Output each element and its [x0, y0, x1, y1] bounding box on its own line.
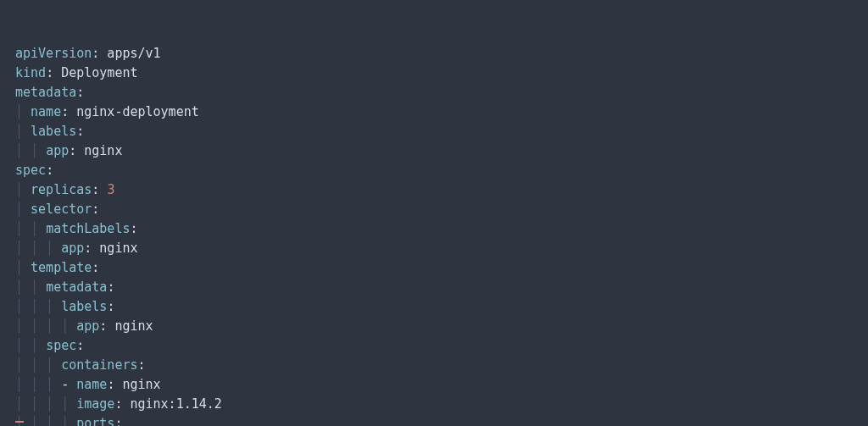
code-token: : — [92, 182, 107, 197]
code-line[interactable]: │ │ │ app: nginx — [15, 239, 868, 258]
code-line[interactable]: │ │ │ │ app: nginx — [15, 317, 868, 336]
code-token: │ │ │ │ — [15, 416, 76, 426]
code-token: : — [92, 260, 99, 275]
code-token: selector — [31, 202, 92, 217]
code-token: │ │ — [15, 279, 46, 295]
code-token: : nginx — [69, 143, 122, 158]
code-token: │ │ — [15, 338, 46, 353]
code-token: │ │ │ │ — [15, 396, 76, 412]
code-token: : — [114, 416, 122, 426]
code-token: : — [107, 279, 114, 295]
code-token: name — [76, 377, 107, 392]
code-line[interactable]: │ │ metadata: — [15, 278, 868, 297]
code-token: app — [76, 318, 99, 334]
code-line[interactable]: │ │ │ │ image: nginx:1.14.2 — [15, 395, 868, 414]
code-token: : — [92, 202, 99, 217]
code-token: │ │ — [15, 143, 46, 158]
code-line[interactable]: spec: — [15, 161, 868, 180]
code-token: metadata — [15, 85, 76, 100]
code-line[interactable]: │ │ │ │ ports: — [15, 414, 868, 426]
code-token: replicas — [31, 182, 92, 197]
code-line[interactable]: │ │ │ - name: nginx — [15, 375, 868, 395]
code-token: : — [107, 299, 114, 314]
code-token: │ │ — [15, 221, 46, 236]
code-token: : nginx — [107, 377, 160, 392]
code-line[interactable]: │ name: nginx-deployment — [15, 102, 868, 122]
code-token: app — [61, 241, 84, 256]
code-token: : nginx-deployment — [61, 104, 199, 119]
code-token: │ │ │ — [15, 299, 61, 314]
code-token: metadata — [46, 279, 107, 295]
code-token: app — [46, 143, 69, 158]
code-token: : — [76, 338, 84, 353]
code-token: │ │ │ — [15, 377, 61, 392]
code-token: │ │ │ │ — [15, 318, 76, 334]
code-token: - — [61, 377, 76, 392]
code-token: name — [31, 104, 61, 119]
code-token: │ — [15, 202, 31, 217]
code-token: : — [76, 124, 84, 139]
code-token: apiVersion — [15, 46, 92, 61]
code-token: │ — [15, 182, 31, 197]
code-line[interactable]: │ selector: — [15, 200, 868, 219]
code-token: : apps/v1 — [92, 46, 160, 61]
code-token: : nginx — [84, 241, 137, 256]
code-token: template — [31, 260, 92, 275]
code-token: : nginx — [99, 318, 153, 334]
code-token: containers — [61, 357, 137, 373]
code-token: : Deployment — [46, 65, 137, 80]
code-line[interactable]: │ │ app: nginx — [15, 141, 868, 161]
code-token: : — [130, 221, 137, 236]
code-token: │ — [15, 104, 31, 119]
code-line[interactable]: │ labels: — [15, 122, 868, 141]
code-token: │ — [15, 260, 31, 275]
code-token: : — [76, 85, 84, 100]
code-line[interactable]: kind: Deployment — [15, 64, 868, 83]
code-token: ports — [76, 416, 114, 426]
code-token: : — [138, 357, 146, 373]
code-token: spec — [46, 338, 76, 353]
code-token: matchLabels — [46, 221, 130, 236]
code-token: image — [76, 396, 114, 412]
code-block: apiVersion: apps/v1kind: Deploymentmetad… — [15, 44, 868, 426]
code-token: : nginx:1.14.2 — [114, 396, 221, 412]
code-line[interactable]: │ replicas: 3 — [15, 180, 868, 200]
code-token: │ │ │ — [15, 357, 61, 373]
code-token: 3 — [107, 182, 114, 197]
code-editor[interactable]: apiVersion: apps/v1kind: Deploymentmetad… — [0, 0, 868, 426]
code-token: : — [46, 163, 53, 178]
code-token: kind — [15, 65, 46, 80]
code-token: spec — [15, 163, 46, 178]
code-line[interactable]: │ │ │ containers: — [15, 356, 868, 375]
code-token: labels — [31, 124, 76, 139]
code-token: labels — [61, 299, 107, 314]
code-token: │ │ │ — [15, 241, 61, 256]
cursor-indicator — [15, 421, 24, 423]
code-line[interactable]: │ │ │ labels: — [15, 297, 868, 317]
code-line[interactable]: │ │ spec: — [15, 336, 868, 356]
code-line[interactable]: │ template: — [15, 258, 868, 278]
code-line[interactable]: metadata: — [15, 83, 868, 102]
code-line[interactable]: │ │ matchLabels: — [15, 219, 868, 239]
code-line[interactable]: apiVersion: apps/v1 — [15, 44, 868, 64]
code-token: │ — [15, 124, 31, 139]
